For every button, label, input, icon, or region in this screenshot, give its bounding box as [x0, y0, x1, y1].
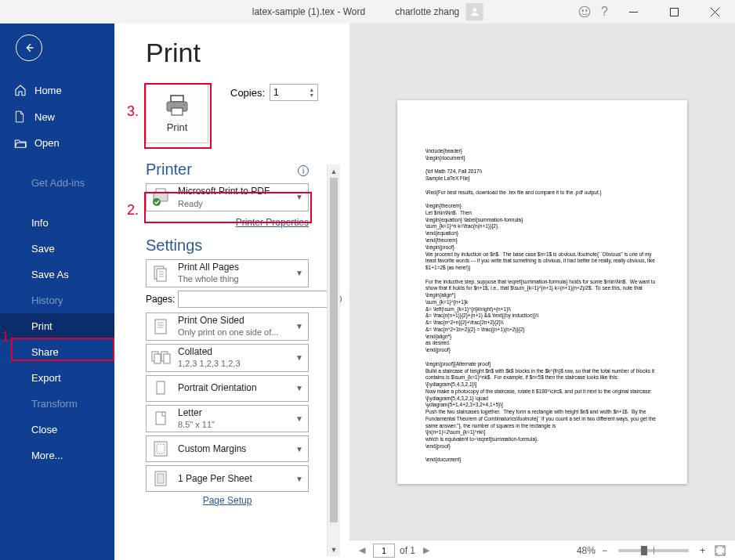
maximize-button[interactable] — [658, 1, 690, 23]
chevron-down-icon: ▼ — [295, 475, 303, 483]
help-icon[interactable]: ? — [601, 5, 608, 19]
sidebar-item-info[interactable]: Info — [0, 210, 114, 236]
pages-label: Pages: — [146, 294, 175, 305]
zoom-in-button[interactable]: + — [698, 545, 707, 556]
chevron-down-icon: ▼ — [295, 269, 303, 277]
svg-rect-28 — [157, 381, 165, 394]
home-icon — [14, 84, 27, 96]
printer-dropdown[interactable]: Microsoft Print to PDF Ready ▼ — [146, 183, 309, 211]
sidebar-label: Close — [31, 424, 57, 435]
preview-page: \include{header} \begin{document} {\bf M… — [397, 100, 687, 484]
collated-icon — [150, 347, 172, 369]
sidebar-item-close[interactable]: Close — [0, 417, 114, 443]
backstage-sidebar: Home New Open Get Add-ins Info Save Save… — [0, 23, 114, 560]
print-button[interactable]: Print — [146, 84, 208, 143]
sidebar-item-history[interactable]: History — [0, 287, 114, 313]
printer-properties-link[interactable]: Printer Properties — [236, 217, 309, 228]
orientation-dropdown[interactable]: Portrait Orientation ▼ — [146, 375, 309, 402]
svg-point-1 — [579, 6, 590, 17]
portrait-icon — [150, 378, 172, 399]
zoom-level: 48% — [577, 545, 596, 556]
sidebar-label: Export — [31, 372, 61, 384]
sidebar-item-save[interactable]: Save — [0, 236, 114, 262]
page-number-input[interactable] — [373, 544, 395, 558]
svg-rect-16 — [157, 269, 166, 281]
sidebar-label: Home — [34, 85, 62, 96]
paper-dropdown[interactable]: Letter8.5" x 11" ▼ — [146, 405, 309, 433]
print-options-column: Print Print Copies: 1 ▲▼ Printer i — [114, 23, 349, 560]
print-panel: Print Print Copies: 1 ▲▼ Printer i — [114, 23, 735, 560]
one-sided-icon — [150, 316, 172, 338]
collate-dropdown[interactable]: Collated1,2,3 1,2,3 1,2,3 ▼ — [146, 344, 309, 372]
chevron-down-icon: ▼ — [295, 193, 303, 201]
minimize-button[interactable] — [617, 1, 649, 23]
sidebar-label: Info — [31, 217, 49, 229]
fit-page-button[interactable] — [711, 545, 729, 556]
svg-rect-5 — [670, 8, 678, 16]
scroll-down-icon[interactable]: ▼ — [328, 543, 340, 556]
print-what-dropdown[interactable]: Print All PagesThe whole thing ▼ — [146, 259, 309, 287]
dd-sub: Only print on one side of... — [178, 327, 289, 338]
back-button[interactable] — [16, 34, 42, 61]
chevron-down-icon: ▼ — [295, 322, 303, 331]
dd-sub: 8.5" x 11" — [178, 419, 289, 430]
preview-footer: ◀ of 1 ▶ 48% − + — [349, 540, 735, 560]
info-icon[interactable]: i — [298, 165, 309, 176]
spinner-icon[interactable]: ▲▼ — [309, 87, 314, 98]
sidebar-item-transform[interactable]: Transform — [0, 391, 114, 417]
sidebar-label: New — [34, 111, 55, 123]
copies-input[interactable]: 1 ▲▼ — [270, 84, 318, 101]
prev-page-button[interactable]: ◀ — [356, 545, 368, 555]
svg-point-14 — [153, 198, 161, 206]
sidebar-item-open[interactable]: Open — [0, 130, 114, 156]
annotation-1: 1. — [2, 329, 13, 345]
user-avatar-icon[interactable] — [465, 3, 483, 20]
sidebar-label: Print — [31, 320, 52, 332]
page-title: Print — [146, 38, 342, 68]
chevron-down-icon: ▼ — [295, 445, 303, 453]
dd-title: Print One Sided — [178, 315, 289, 327]
dd-title: Portrait Orientation — [178, 382, 289, 395]
scroll-thumb[interactable] — [330, 178, 338, 522]
options-scrollbar[interactable]: ▲ ▼ — [327, 164, 340, 556]
svg-rect-20 — [155, 320, 166, 334]
page-of-label: of 1 — [400, 545, 415, 556]
sides-dropdown[interactable]: Print One SidedOnly print on one side of… — [146, 313, 309, 341]
close-button[interactable] — [699, 1, 730, 23]
document-title: latex-sample (1).tex - Word — [252, 6, 366, 17]
user-name: charlotte zhang — [395, 6, 459, 17]
zoom-slider[interactable] — [618, 549, 689, 552]
face-icon[interactable] — [578, 5, 592, 19]
copies-label: Copies: — [230, 87, 265, 99]
dd-title: 1 Page Per Sheet — [178, 473, 289, 486]
sidebar-label: Open — [34, 137, 60, 149]
svg-point-0 — [472, 8, 476, 12]
page-setup-link[interactable]: Page Setup — [203, 495, 252, 506]
dd-sub: The whole thing — [178, 273, 289, 284]
zoom-out-button[interactable]: − — [600, 545, 609, 556]
sidebar-item-export[interactable]: Export — [0, 365, 114, 391]
sidebar-item-new[interactable]: New — [0, 103, 114, 130]
print-button-label: Print — [167, 121, 188, 133]
sidebar-item-addins[interactable]: Get Add-ins — [0, 170, 114, 196]
settings-heading: Settings — [146, 237, 342, 255]
svg-rect-29 — [156, 412, 165, 425]
scroll-up-icon[interactable]: ▲ — [328, 164, 340, 178]
sidebar-item-saveas[interactable]: Save As — [0, 262, 114, 287]
one-per-sheet-icon — [150, 468, 172, 490]
printer-status: Ready — [178, 198, 289, 209]
margins-dropdown[interactable]: Custom Margins ▼ — [146, 435, 309, 462]
pages-input[interactable] — [178, 291, 328, 308]
sidebar-item-print[interactable]: Print — [0, 313, 114, 339]
sidebar-label: Get Add-ins — [31, 177, 85, 189]
printer-name: Microsoft Print to PDF — [178, 186, 289, 198]
sidebar-item-home[interactable]: Home — [0, 77, 114, 103]
dd-title: Letter — [178, 407, 289, 420]
svg-rect-8 — [171, 96, 183, 102]
paper-icon — [150, 408, 172, 430]
sidebar-item-share[interactable]: Share — [0, 339, 114, 365]
sidebar-label: Save As — [31, 269, 69, 280]
sidebar-item-more[interactable]: More... — [0, 443, 114, 468]
sheets-dropdown[interactable]: 1 Page Per Sheet ▼ — [146, 465, 309, 492]
next-page-button[interactable]: ▶ — [420, 545, 433, 555]
